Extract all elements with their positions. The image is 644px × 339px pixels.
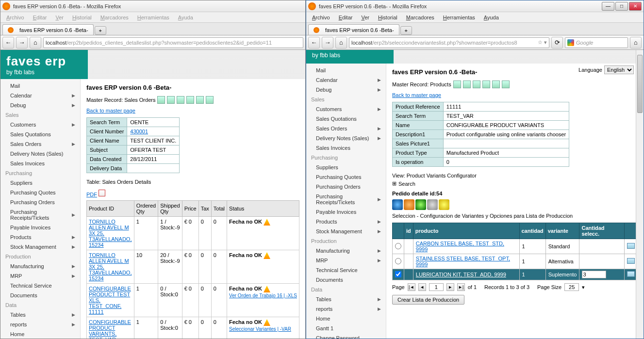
menu-item[interactable]: Marcadores [97, 14, 132, 21]
table-row[interactable]: CONFIGURABLE PRODUCT TEST XLS, TEST_CONF… [87, 284, 299, 317]
table-row[interactable]: CONFIGURABLE PRODUCT VARIANTS, TEST_VAR,… [87, 317, 299, 339]
print-icon[interactable] [206, 96, 214, 104]
column-header[interactable]: Product ID [87, 201, 134, 217]
sidebar-item[interactable]: Calendar▶ [306, 75, 386, 85]
expand-icon[interactable]: ⊞ [392, 180, 396, 187]
sidebar-item[interactable]: Sales Quotations [306, 114, 386, 124]
print-icon[interactable] [502, 81, 510, 88]
column-header[interactable]: producto [413, 223, 519, 239]
sidebar-item[interactable]: Delivery Notes (Sales) [0, 149, 80, 159]
column-header[interactable]: Tax [198, 201, 211, 217]
url-bar[interactable]: localhost/erp2b/selecciondevarianteslist… [349, 37, 549, 48]
sidebar-item[interactable]: Tables▶ [0, 310, 80, 320]
new-tab-button[interactable]: + [400, 26, 412, 35]
column-header[interactable]: variante [545, 223, 579, 239]
column-header[interactable]: id [404, 223, 413, 239]
sidebar-item[interactable]: Purchasing Orders [0, 197, 80, 207]
sidebar-item[interactable]: Customers▶ [306, 104, 386, 114]
sidebar-item[interactable]: Payable Invoices [0, 223, 80, 232]
export-icon[interactable] [482, 81, 490, 88]
cube-icon[interactable] [415, 199, 426, 210]
export-icon[interactable] [167, 96, 175, 104]
menu-item[interactable]: Ver [357, 14, 373, 21]
sidebar-item[interactable]: Sales Quotations [0, 129, 80, 139]
table-row[interactable]: STAINLESS STEEL BASE, TEST_OPT, 99991Alt… [393, 254, 638, 269]
sidebar-item[interactable]: Stock Management▶ [306, 226, 386, 236]
forward-button[interactable]: → [16, 37, 28, 48]
browser-tab[interactable]: faves ERP version 0.6 -Beta- [308, 24, 399, 35]
sidebar-item[interactable]: Sales Orders▶ [306, 124, 386, 133]
view-icon[interactable] [627, 243, 635, 249]
bulb-icon[interactable] [439, 199, 449, 210]
sidebar-item[interactable]: Purchasing Orders [306, 182, 386, 192]
back-button[interactable]: ← [2, 37, 14, 48]
menu-item[interactable]: Historial [374, 14, 401, 21]
sidebar-item[interactable]: Delivery Notes (Sales)▶ [306, 133, 386, 143]
export-icon[interactable] [186, 96, 194, 104]
column-header[interactable] [393, 223, 404, 239]
pager-prev[interactable]: ◄ [418, 283, 426, 291]
create-list-button[interactable]: Crear Lista de Produccion [392, 295, 464, 305]
export-icon[interactable] [492, 81, 500, 88]
pdf-link[interactable]: PDF [86, 192, 97, 197]
sidebar-item[interactable]: Customers▶ [0, 120, 80, 129]
sidebar-item[interactable]: Technical Service [0, 281, 80, 291]
sidebar-item[interactable]: Products▶ [306, 217, 386, 226]
sidebar-item[interactable]: Documents [306, 275, 386, 285]
sidebar-item[interactable]: Documents [0, 291, 80, 300]
sidebar-item[interactable]: Debug▶ [306, 85, 386, 95]
sidebar-item[interactable]: Mail [0, 81, 80, 91]
menu-item[interactable]: Ayuda [480, 14, 503, 21]
column-header[interactable]: Shipped Qty [158, 201, 182, 217]
home-icon[interactable]: ⌂ [630, 37, 642, 48]
home-button[interactable]: ⌂ [335, 37, 347, 48]
sidebar-item[interactable]: Sales Invoices [306, 143, 386, 153]
table-row[interactable]: CARBON STEEL BASE, TEST_STD, 99991Standa… [393, 239, 638, 254]
sidebar-item[interactable]: MRP▶ [306, 256, 386, 265]
column-header[interactable]: Cantidad selecc. [579, 223, 625, 239]
column-header[interactable]: Status [227, 201, 299, 217]
sidebar-item[interactable]: Manufacturing▶ [0, 261, 80, 271]
sidebar-item[interactable]: Sales Orders▶ [0, 139, 80, 149]
sidebar-item[interactable]: reports▶ [306, 304, 386, 314]
sidebar-item[interactable]: Debug▶ [0, 100, 80, 110]
menu-item[interactable]: Historial [68, 14, 96, 21]
sidebar-item[interactable]: Calendar▶ [0, 91, 80, 100]
menu-item[interactable]: Editar [29, 14, 51, 21]
table-row[interactable]: LUBRICATION KIT, TEST_ADD, 99991Suplemen… [393, 269, 638, 280]
cube-icon[interactable] [392, 199, 403, 210]
sidebar-item[interactable]: reports▶ [0, 320, 80, 329]
row-checkbox[interactable] [395, 271, 401, 277]
row-radio[interactable] [395, 258, 401, 264]
menu-item[interactable]: Herramientas [439, 14, 479, 21]
sidebar-item[interactable]: Manufacturing▶ [306, 246, 386, 256]
menu-item[interactable]: Editar [335, 14, 357, 21]
view-icon[interactable] [627, 258, 635, 264]
reload-button[interactable]: ⟳ [551, 37, 563, 48]
sidebar-item[interactable]: Tables▶ [306, 294, 386, 304]
back-button[interactable]: ← [308, 37, 320, 48]
export-icon[interactable] [157, 96, 165, 104]
sidebar-item[interactable]: Purchasing Receipts/Tickets▶ [306, 192, 386, 207]
search-box[interactable]: Google [565, 37, 628, 48]
view-icon[interactable] [627, 271, 635, 277]
titlebar[interactable]: faves ERP version 0.6 -Beta- - Mozilla F… [306, 0, 644, 12]
dropdown-icon[interactable]: ▾ [582, 284, 585, 291]
scroll-thumb[interactable] [637, 55, 643, 113]
titlebar[interactable]: faves ERP version 0.6 -Beta- - Mozilla F… [0, 0, 305, 12]
sidebar-item[interactable]: Mail [306, 65, 386, 75]
sidebar-item[interactable]: Change Password [306, 333, 386, 339]
menu-item[interactable]: Marcadores [402, 14, 438, 21]
sidebar-item[interactable]: Sales Invoices [0, 159, 80, 168]
qty-input[interactable] [582, 271, 606, 278]
menu-item[interactable]: Archivo [308, 14, 334, 21]
language-selector[interactable]: Language English [578, 65, 634, 74]
sidebar-item[interactable]: Purchasing Quotes [0, 188, 80, 197]
sidebar-item[interactable]: Home [0, 329, 80, 339]
export-icon[interactable] [463, 81, 471, 88]
sidebar-item[interactable]: Suppliers [306, 162, 386, 172]
column-header[interactable]: Total [211, 201, 227, 217]
search-toggle[interactable]: ⊞ Search [392, 180, 638, 187]
forward-button[interactable]: → [322, 37, 333, 48]
export-icon[interactable] [196, 96, 204, 104]
